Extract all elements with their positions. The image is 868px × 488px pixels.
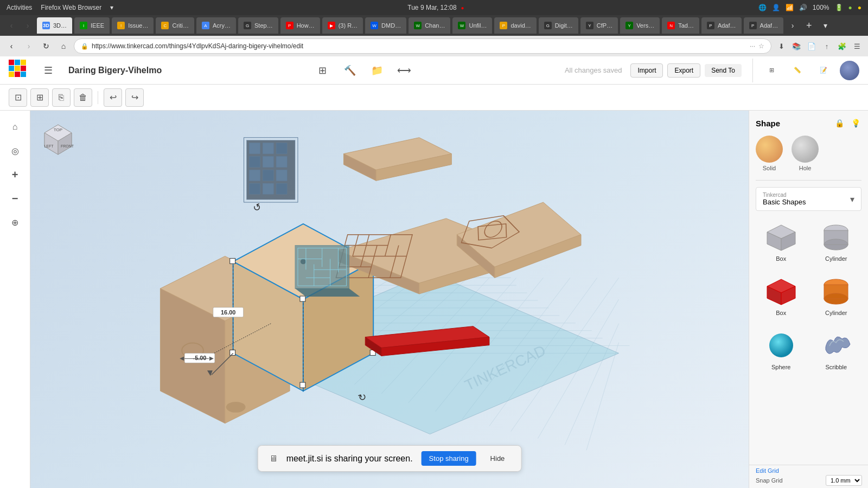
svg-rect-57 [230,350,235,355]
tab-vers[interactable]: Y Vers… [620,17,660,34]
extensions-icon[interactable]: 🧩 [835,40,848,53]
send-to-button[interactable]: Send To [705,64,742,77]
new-tab-button[interactable]: + [802,18,816,33]
stop-sharing-button[interactable]: Stop sharing [422,451,476,466]
ruler-button[interactable]: 📏 [786,59,809,82]
shape-blue-sphere[interactable]: Sphere [756,325,807,375]
tab-adaf2[interactable]: P Adaf… [744,17,784,34]
redo-button[interactable]: ↪ [125,88,144,107]
zoom-out-button[interactable]: − [5,189,25,208]
bookmarks-icon[interactable]: 📚 [790,40,803,53]
bookmark-icon[interactable]: ☆ [758,42,764,50]
import-button[interactable]: Import [630,63,663,78]
svg-rect-6 [9,72,14,77]
svg-point-134 [769,333,793,357]
settings-icon[interactable]: ☰ [851,40,864,53]
menu-button[interactable]: ☰ [39,61,58,80]
user-avatar[interactable] [840,61,859,80]
lock-icon: 🔒 [81,43,88,50]
shape-type-selector: Solid Hole [756,136,861,171]
shape-orange-cylinder[interactable]: Cylinder [811,271,862,320]
tab-chan[interactable]: W Chan… [409,17,450,34]
tab-tinkercad[interactable]: 3D 3D… [37,17,72,34]
tab-step[interactable]: G Step… [238,17,278,34]
gray-cylinder-label: Cylinder [825,255,847,262]
sync-icon[interactable]: ↑ [820,40,833,53]
fit-view-button[interactable]: ⊕ [5,213,25,232]
activities-label[interactable]: Activities [7,4,32,11]
reader-icon[interactable]: 📄 [805,40,818,53]
solid-label: Solid [763,165,776,171]
orbit-button[interactable]: ◎ [5,141,25,160]
select-all-button[interactable]: ⊡ [9,88,27,107]
home-button[interactable]: ⌂ [56,39,71,53]
shape-panel-header: Shape 🔒 💡 [756,117,861,129]
group-button[interactable]: ⊞ [30,88,49,107]
tab-issue[interactable]: ! Issue… [112,17,154,34]
sharing-message: meet.jit.si is sharing your screen. [286,454,413,464]
tab-cfp[interactable]: Y CfP… [580,17,618,34]
svg-rect-7 [15,72,20,77]
more-icon[interactable]: ··· [750,42,755,50]
sharing-bar: 🖥 meet.jit.si is sharing your screen. St… [258,445,522,472]
refresh-button[interactable]: ↻ [39,39,53,53]
scribble-preview [817,329,855,362]
doc-title: Daring Bigery-Vihelmo [68,66,162,75]
svg-rect-53 [230,258,235,264]
shape-red-box[interactable]: Box [756,271,807,320]
tab-ieee[interactable]: I IEEE [74,17,110,34]
shape-scribble[interactable]: Scribble [811,325,862,375]
delete-button[interactable]: 🗑 [74,88,92,107]
visibility-button[interactable]: 💡 [850,117,861,129]
tabs-list-button[interactable]: ▾ [818,18,832,33]
snap-grid-select[interactable]: 1.0 mm 0.5 mm 2.0 mm [826,475,862,486]
view-perspective-button[interactable]: ⊞ [314,61,332,80]
solid-shape-option[interactable]: Solid [756,136,783,171]
scribble-label: Scribble [825,364,847,370]
tinkercad-logo[interactable] [9,60,33,81]
layers-button[interactable]: 📁 [368,61,386,80]
shape-library-selector[interactable]: Tinkercad Basic Shapes ▾ [756,187,861,211]
tab-adaf1[interactable]: P Adaf… [701,17,742,34]
tab-tad[interactable]: N Tad… [662,17,699,34]
tab-r[interactable]: ▶ (3) R… [322,17,363,34]
edit-grid-label[interactable]: Edit Grid [756,467,779,474]
gray-box-label: Box [776,255,786,262]
zoom-in-button[interactable]: + [5,165,25,184]
tab-unfil[interactable]: W Unfil… [452,17,492,34]
hide-button[interactable]: Hide [485,451,510,466]
export-button[interactable]: Export [667,63,700,78]
forward-nav-button[interactable]: › [22,39,36,53]
shape-gray-box[interactable]: Box [756,216,807,266]
notes-button[interactable]: 📝 [812,59,835,82]
dropdown-icon[interactable]: ▾ [110,4,113,11]
svg-rect-70 [263,157,273,168]
lock-shape-button[interactable]: 🔒 [833,117,845,129]
undo-button[interactable]: ↩ [104,88,122,107]
svg-rect-5 [21,66,26,71]
address-field[interactable]: 🔒 https://www.tinkercad.com/things/4Ydlp… [74,38,771,54]
forward-button[interactable]: › [21,18,35,33]
shape-gray-cylinder[interactable]: Cylinder [811,216,862,266]
tab-digit[interactable]: G Digit… [539,17,578,34]
shapes-grid: Box Cylinder [756,216,861,379]
tab-david[interactable]: P david… [494,17,536,34]
more-tabs-button[interactable]: › [786,18,800,33]
hole-shape-option[interactable]: Hole [792,136,819,171]
workplane-button[interactable]: ⊞ [760,59,783,82]
tab-how[interactable]: P How… [280,17,320,34]
tab-criti[interactable]: C Criti… [156,17,194,34]
tab-dmd[interactable]: W DMD… [365,17,406,34]
tab-acry[interactable]: A Acry… [196,17,236,34]
copy-button[interactable]: ⎘ [52,88,71,107]
flip-button[interactable]: ⟷ [395,61,413,80]
orange-cylinder-preview [817,275,855,307]
canvas-area[interactable]: TOP LEFT FRONT [30,111,749,488]
left-sidebar: ⌂ ◎ + − ⊕ [0,111,30,488]
view-orthographic-button[interactable]: 🔨 [341,61,359,80]
back-button[interactable]: ‹ [4,18,18,33]
download-icon[interactable]: ⬇ [775,40,788,53]
back-nav-button[interactable]: ‹ [4,39,18,53]
blue-sphere-label: Sphere [771,364,790,370]
home-view-button[interactable]: ⌂ [5,117,25,137]
